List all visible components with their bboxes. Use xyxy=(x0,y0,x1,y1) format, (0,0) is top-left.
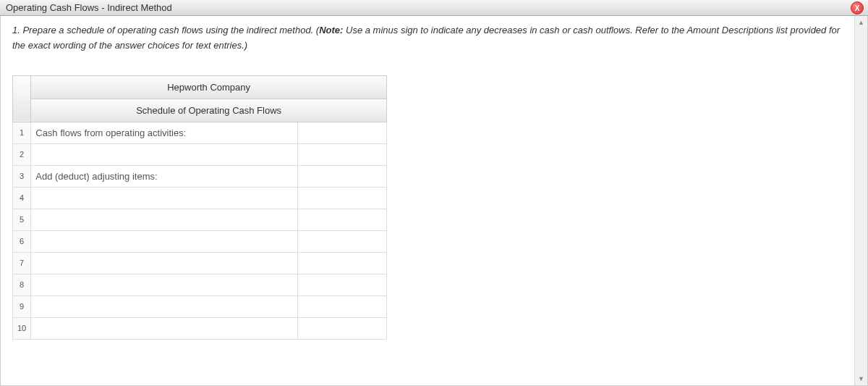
row-number: 9 xyxy=(13,295,31,317)
table-row: 4 xyxy=(13,187,387,209)
table-row: 2 xyxy=(13,143,387,165)
table-row: 1Cash flows from operating activities: xyxy=(13,122,387,143)
amount-cell[interactable] xyxy=(298,230,387,252)
amount-cell[interactable] xyxy=(298,187,387,209)
description-cell[interactable] xyxy=(31,230,298,252)
table-row: 7 xyxy=(13,252,387,274)
row-number: 5 xyxy=(13,209,31,230)
scroll-down-icon[interactable]: ▼ xyxy=(855,372,867,385)
schedule-header-row-2: Schedule of Operating Cash Flows xyxy=(13,98,387,122)
content-area: 1. Prepare a schedule of operating cash … xyxy=(1,16,854,385)
description-cell[interactable] xyxy=(31,317,298,339)
note-label: Note: xyxy=(319,25,343,35)
company-name: Hepworth Company xyxy=(31,75,387,98)
close-icon: X xyxy=(855,4,860,12)
row-number: 8 xyxy=(13,274,31,295)
scrollbar[interactable]: ▲ ▼ xyxy=(854,16,867,385)
schedule-title: Schedule of Operating Cash Flows xyxy=(31,98,387,122)
schedule-header-row-1: Hepworth Company xyxy=(13,75,387,98)
amount-cell[interactable] xyxy=(298,295,387,317)
description-cell[interactable]: Cash flows from operating activities: xyxy=(31,122,298,143)
table-row: 5 xyxy=(13,209,387,230)
table-row: 8 xyxy=(13,274,387,295)
row-number: 3 xyxy=(13,165,31,187)
row-num-header xyxy=(13,75,31,122)
table-row: 10 xyxy=(13,317,387,339)
description-cell[interactable] xyxy=(31,187,298,209)
instructions-prefix: 1. Prepare a schedule of operating cash … xyxy=(12,25,319,35)
amount-cell[interactable] xyxy=(298,209,387,230)
window-title: Operating Cash Flows - Indirect Method xyxy=(6,2,172,13)
table-row: 3Add (deduct) adjusting items: xyxy=(13,165,387,187)
row-number: 7 xyxy=(13,252,31,274)
schedule-table: Hepworth Company Schedule of Operating C… xyxy=(12,75,387,340)
amount-cell[interactable] xyxy=(298,274,387,295)
description-cell[interactable] xyxy=(31,143,298,165)
scroll-up-icon[interactable]: ▲ xyxy=(855,16,867,29)
description-cell[interactable] xyxy=(31,295,298,317)
description-cell[interactable]: Add (deduct) adjusting items: xyxy=(31,165,298,187)
amount-cell[interactable] xyxy=(298,317,387,339)
row-number: 4 xyxy=(13,187,31,209)
content-wrap: 1. Prepare a schedule of operating cash … xyxy=(0,16,868,386)
row-number: 1 xyxy=(13,122,31,143)
description-cell[interactable] xyxy=(31,252,298,274)
amount-cell[interactable] xyxy=(298,122,387,143)
amount-cell[interactable] xyxy=(298,165,387,187)
row-number: 6 xyxy=(13,230,31,252)
window-titlebar: Operating Cash Flows - Indirect Method X xyxy=(0,0,868,16)
close-button[interactable]: X xyxy=(851,1,864,14)
table-row: 6 xyxy=(13,230,387,252)
row-number: 2 xyxy=(13,143,31,165)
description-cell[interactable] xyxy=(31,274,298,295)
table-row: 9 xyxy=(13,295,387,317)
row-number: 10 xyxy=(13,317,31,339)
instructions: 1. Prepare a schedule of operating cash … xyxy=(12,23,843,54)
amount-cell[interactable] xyxy=(298,252,387,274)
description-cell[interactable] xyxy=(31,209,298,230)
amount-cell[interactable] xyxy=(298,143,387,165)
